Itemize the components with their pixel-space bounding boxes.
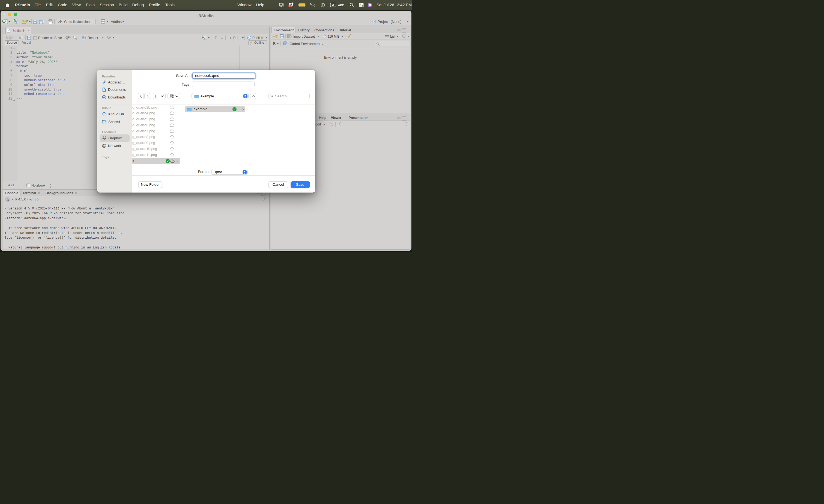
svg-text:R: R — [16, 21, 18, 23]
svg-text:ABC: ABC — [338, 4, 344, 7]
svg-text:C: C — [204, 36, 205, 39]
svg-text:R: R — [374, 21, 376, 23]
svg-text:R: R — [7, 198, 9, 201]
svg-text:A: A — [332, 3, 334, 7]
svg-text:2: 2 — [289, 5, 290, 8]
